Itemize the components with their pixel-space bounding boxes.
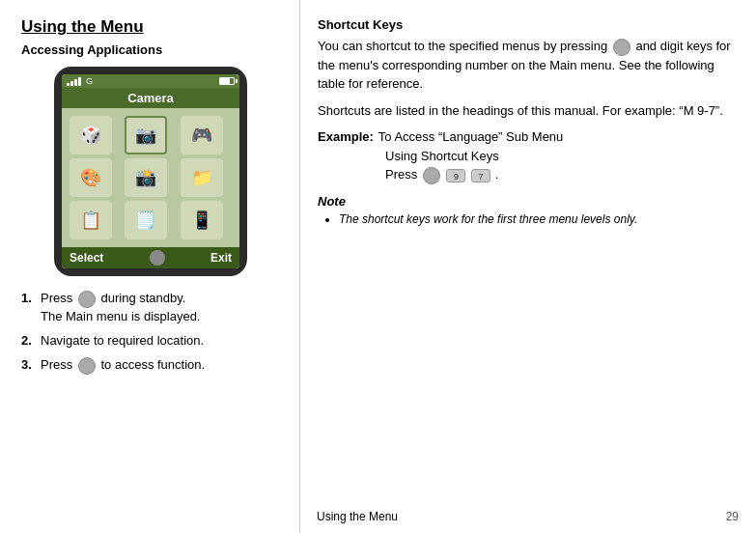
page-title: Using the Menu	[21, 17, 280, 37]
nav-center-button[interactable]	[150, 250, 165, 266]
step-1-text: Press during standby. The Main menu is d…	[41, 290, 200, 325]
note-title: Note	[318, 194, 735, 209]
phone-icons-grid: 🎲 📷 🎮 🎨 📸 📁 📋 🗒️ 📱	[62, 108, 239, 247]
step-2-num: 2.	[21, 332, 37, 350]
step-3-button-icon	[78, 357, 96, 375]
example-label: Example:	[318, 127, 374, 147]
step-2-text: Navigate to required location.	[41, 332, 204, 350]
phone-footer: Select Exit	[62, 247, 239, 268]
phone-screen: G Camera 🎲 📷 🎮 🎨 📸 📁 📋 🗒️ 📱 Select	[62, 74, 239, 268]
phone-icon-7: 📋	[70, 201, 112, 239]
step-2: 2. Navigate to required location.	[21, 332, 280, 350]
note-bullet-item: The shortcut keys work for the first thr…	[339, 211, 735, 228]
phone-exit-label: Exit	[210, 251, 232, 265]
battery-icon	[219, 77, 235, 85]
phone-camera-header: Camera	[62, 88, 239, 108]
phone-status-bar: G	[62, 74, 239, 88]
shortcut-title: Shortcut Keys	[318, 17, 735, 32]
example-line-2: Using Shortcut Keys	[318, 147, 735, 166]
steps-list: 1. Press during standby. The Main menu i…	[21, 290, 280, 375]
phone-icon-4: 🎨	[70, 158, 112, 197]
example-key-1-icon	[423, 167, 440, 184]
step-3-num: 3.	[21, 356, 37, 374]
footer-section-label: Using the Menu	[299, 510, 398, 523]
example-block: Example: To Access “Language” Sub Menu U…	[318, 127, 735, 184]
phone-icon-3: 🎮	[181, 116, 223, 154]
signal-bars-icon	[67, 77, 81, 86]
step-1: 1. Press during standby. The Main menu i…	[21, 290, 280, 325]
note-body: The shortcut keys work for the first thr…	[318, 211, 735, 228]
footer-page-number: 29	[726, 510, 739, 523]
example-text-1: To Access “Language” Sub Menu	[378, 127, 564, 147]
shortcut-body: You can shortcut to the specified menus …	[318, 37, 735, 94]
phone-icon-1: 🎲	[70, 116, 112, 154]
example-line-3: Press 9 7 .	[318, 165, 735, 184]
step-1-num: 1.	[21, 290, 37, 307]
phone-icon-9: 📱	[181, 201, 223, 239]
phone-mockup: G Camera 🎲 📷 🎮 🎨 📸 📁 📋 🗒️ 📱 Select	[54, 67, 247, 276]
example-line-1: Example: To Access “Language” Sub Menu	[318, 127, 735, 147]
right-column: Shortcut Keys You can shortcut to the sp…	[299, 0, 756, 533]
shortcut-body2: Shortcuts are listed in the headings of …	[318, 101, 735, 121]
phone-select-label: Select	[70, 251, 103, 265]
step-3-text: Press to access function.	[41, 356, 205, 375]
section-title: Accessing Applications	[21, 42, 280, 57]
phone-icon-2: 📷	[125, 116, 167, 154]
step-1-button-icon	[78, 291, 96, 308]
phone-icon-8: 🗒️	[125, 201, 167, 239]
example-key-9-icon: 9	[446, 169, 465, 182]
shortcut-button-icon	[613, 39, 630, 56]
example-key-7-icon: 7	[471, 169, 490, 182]
step-3: 3. Press to access function.	[21, 356, 280, 375]
phone-icon-6: 📁	[181, 158, 223, 197]
phone-icon-5: 📸	[125, 158, 167, 197]
